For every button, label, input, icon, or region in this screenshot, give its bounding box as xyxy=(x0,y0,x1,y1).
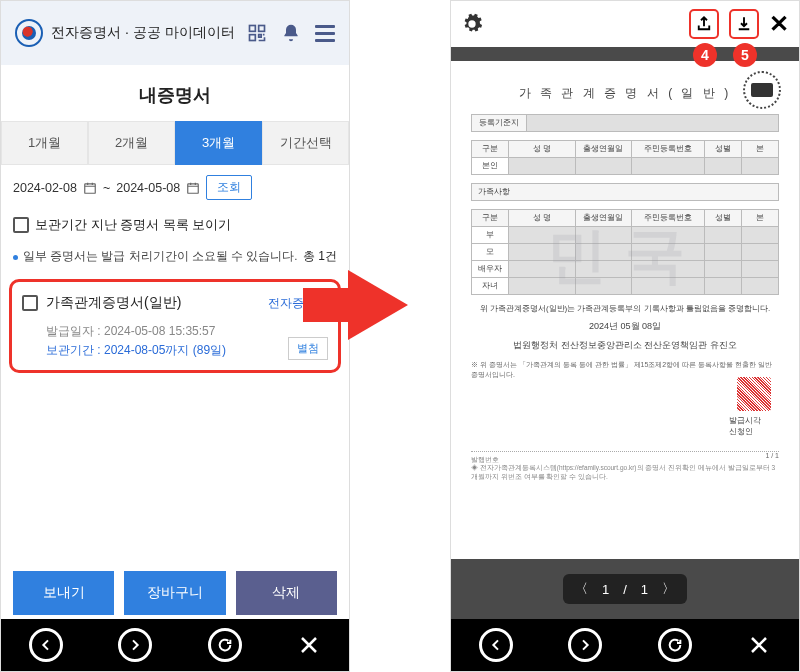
tab-1month[interactable]: 1개월 xyxy=(1,121,88,165)
svg-rect-1 xyxy=(259,26,265,32)
pager-current: 1 xyxy=(602,582,609,597)
share-button[interactable]: 4 xyxy=(689,9,719,39)
nav-forward[interactable] xyxy=(118,628,152,662)
cert-checkbox[interactable] xyxy=(22,295,38,311)
search-button[interactable]: 조회 xyxy=(206,175,252,200)
doc-footer: 발행번호 ◈ 전자가족관계등록시스템(https://efamily.scour… xyxy=(471,451,779,481)
app-title: 전자증명서 · 공공 마이데이터 xyxy=(51,24,247,42)
page-title: 내증명서 xyxy=(1,65,349,121)
qr-icon[interactable] xyxy=(247,23,267,43)
date-to: 2024-05-08 xyxy=(116,181,180,195)
date-from: 2024-02-08 xyxy=(13,181,77,195)
send-button[interactable]: 보내기 xyxy=(13,571,114,615)
callout-4: 4 xyxy=(693,43,717,67)
download-button[interactable]: 5 xyxy=(729,9,759,39)
show-expired-row[interactable]: 보관기간 지난 증명서 목록 보이기 xyxy=(1,210,349,240)
doc-issuer: 법원행정처 전산정보중앙관리소 전산운영책임관 유진오 xyxy=(471,339,779,352)
notice-row: 일부 증명서는 발급 처리기간이 소요될 수 있습니다. 총 1건 xyxy=(1,240,349,273)
tab-2month[interactable]: 2개월 xyxy=(88,121,175,165)
svg-rect-2 xyxy=(250,35,256,41)
bottom-nav xyxy=(1,619,349,671)
tab-3month[interactable]: 3개월 xyxy=(175,121,262,165)
bottom-nav xyxy=(451,619,799,671)
calendar-icon[interactable] xyxy=(83,181,97,195)
doc-table-self: 구분 성 명 출생연월일 주민등록번호 성별 본 본인xxxxx xyxy=(471,140,779,175)
bullet-icon xyxy=(13,255,18,260)
phone-left: 전자증명서 · 공공 마이데이터 내증명서 1개월 2개월 3개월 기간선택 2… xyxy=(0,0,350,672)
pager-sep: / xyxy=(623,582,627,597)
app-header: 전자증명서 · 공공 마이데이터 xyxy=(1,1,349,65)
show-expired-checkbox[interactable] xyxy=(13,217,29,233)
delete-button[interactable]: 삭제 xyxy=(236,571,337,615)
doc-table-family: 구분 성 명 출생연월일 주민등록번호 성별 본 부xxxxx 모xxxxx 배… xyxy=(471,209,779,295)
notice-text: 일부 증명서는 발급 처리기간이 소요될 수 있습니다. xyxy=(23,250,297,262)
doc-note: ※ 위 증명서는 「가족관계의 등록 등에 관한 법률」 제15조제2항에 따른… xyxy=(471,360,779,380)
menu-icon[interactable] xyxy=(315,25,335,42)
date-range-row: 2024-02-08 ~ 2024-05-08 조회 xyxy=(1,165,349,210)
nav-back[interactable] xyxy=(479,628,513,662)
cert-issued: 발급일자 : 2024-05-08 15:35:57 xyxy=(46,322,328,341)
red-seal-icon xyxy=(737,377,771,411)
pager-prev[interactable]: 〈 xyxy=(575,580,588,598)
result-count: 총 1건 xyxy=(303,248,337,265)
gear-icon[interactable] xyxy=(461,13,483,35)
flow-arrow-icon xyxy=(348,270,408,340)
nav-refresh[interactable] xyxy=(658,628,692,662)
doc-table-basis: 등록기준지x xyxy=(471,114,779,132)
action-row: 보내기 장바구니 삭제 xyxy=(1,571,349,615)
nav-forward[interactable] xyxy=(568,628,602,662)
cert-name: 가족관계증명서(일반) xyxy=(46,294,181,312)
svg-rect-0 xyxy=(250,26,256,32)
phone-right: 4 5 ✕ 가 족 관 계 증 명 서 ( 일 반 ) 민국 등록기준지x 구분… xyxy=(450,0,800,672)
svg-rect-3 xyxy=(85,183,96,192)
nav-close[interactable] xyxy=(747,633,771,657)
doc-signature: 발급시각 신청인 xyxy=(729,415,761,437)
calendar-icon[interactable] xyxy=(186,181,200,195)
doc-title: 가 족 관 계 증 명 서 ( 일 반 ) xyxy=(471,85,779,102)
doc-table-family-header: 가족사항 xyxy=(471,183,779,201)
bell-icon[interactable] xyxy=(281,23,301,43)
certificate-card[interactable]: 가족관계증명서(일반) 전자증명서 발급일자 : 2024-05-08 15:3… xyxy=(9,279,341,373)
cert-keep: 보관기간 : 2024-08-05까지 (89일) xyxy=(46,341,328,360)
document-page: 가 족 관 계 증 명 서 ( 일 반 ) 민국 등록기준지x 구분 성 명 출… xyxy=(459,67,791,487)
tab-custom[interactable]: 기간선택 xyxy=(262,121,349,165)
show-expired-label: 보관기간 지난 증명서 목록 보이기 xyxy=(35,216,231,234)
cart-button[interactable]: 장바구니 xyxy=(124,571,225,615)
period-tabs: 1개월 2개월 3개월 기간선택 xyxy=(1,121,349,165)
viewer-header: 4 5 ✕ xyxy=(451,1,799,47)
pager: 〈 1 / 1 〉 xyxy=(563,574,687,604)
callout-5: 5 xyxy=(733,43,757,67)
nav-back[interactable] xyxy=(29,628,63,662)
pager-next[interactable]: 〉 xyxy=(662,580,675,598)
doc-statement: 위 가족관계증명서(일반)는 가족관계등록부의 기록사항과 틀림없음을 증명합니… xyxy=(471,303,779,314)
gov-logo xyxy=(15,19,43,47)
close-icon[interactable]: ✕ xyxy=(769,10,789,38)
doc-date: 2024년 05월 08일 xyxy=(471,320,779,333)
pager-bar: 〈 1 / 1 〉 xyxy=(451,559,799,619)
svg-rect-4 xyxy=(188,183,199,192)
nav-refresh[interactable] xyxy=(208,628,242,662)
nav-close[interactable] xyxy=(297,633,321,657)
date-sep: ~ xyxy=(103,181,110,195)
attach-button[interactable]: 별첨 xyxy=(288,337,328,360)
pager-total: 1 xyxy=(641,582,648,597)
official-stamp-icon xyxy=(743,71,781,109)
